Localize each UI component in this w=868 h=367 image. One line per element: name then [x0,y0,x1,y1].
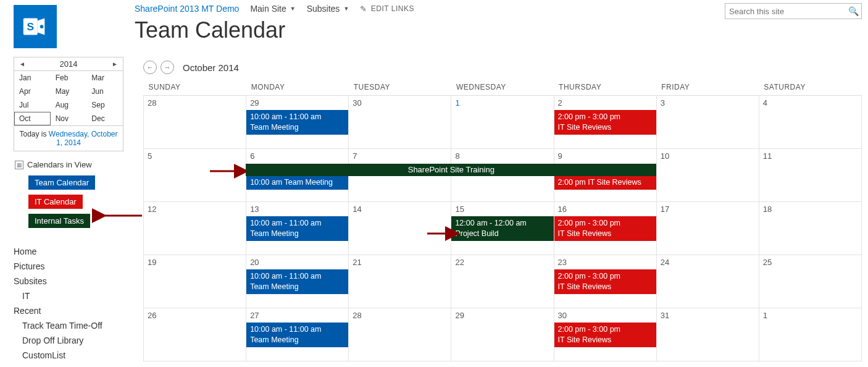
day-number: 28 [349,308,451,323]
mini-cal-month[interactable]: Oct [14,112,51,125]
calendar-event[interactable]: 10:00 am Team Meeting [246,175,348,190]
calendar-overlay-toggle[interactable]: Team Calendar [28,175,95,190]
calendar-cell[interactable]: 25 [759,255,861,308]
calendar-event[interactable]: 12:00 am - 12:00 amProject Build [451,216,553,241]
calendar-cell[interactable]: 2910:00 am - 11:00 amTeam Meeting [246,96,349,149]
calendar-cell[interactable]: 14 [349,202,451,255]
calendar-cell[interactable]: 22:00 pm - 3:00 pmIT Site Reviews [554,96,656,149]
day-number: 8 [451,149,553,163]
calendar-cell[interactable]: 12 [144,202,246,255]
mini-cal-month[interactable]: May [51,85,87,98]
calendar-event[interactable]: 2:00 pm - 3:00 pmIT Site Reviews [554,110,656,135]
calendar-grid: SUNDAYMONDAYTUESDAYWEDNESDAYTHURSDAYFRID… [143,79,862,361]
calendar-day-header: THURSDAY [554,79,656,96]
svg-point-2 [40,25,44,28]
day-number: 29 [246,96,348,110]
calendar-cell[interactable]: 29 [451,308,554,361]
calendar-event-spanning[interactable]: SharePoint Site Training [246,164,656,176]
nav-main-site[interactable]: Main Site▼ [250,4,295,14]
calendar-cell[interactable]: 232:00 pm - 3:00 pmIT Site Reviews [554,255,656,308]
calendar-cell[interactable]: 162:00 pm - 3:00 pmIT Site Reviews [554,202,656,255]
search-box: 🔍 [725,3,862,19]
nav-subsites[interactable]: Subsites▼ [307,4,349,14]
calendar-cell[interactable]: 24 [656,255,759,308]
mini-cal-month[interactable]: Jul [14,98,51,112]
calendar-event[interactable]: 2:00 pm - 3:00 pmIT Site Reviews [554,323,656,347]
quicklaunch-link[interactable]: CustomList [14,348,123,363]
day-number: 27 [246,308,348,323]
site-title-link[interactable]: SharePoint 2013 MT Demo [135,4,239,14]
calendar-event[interactable]: 10:00 am - 11:00 amTeam Meeting [246,216,348,241]
day-number: 18 [759,202,861,216]
quicklaunch-link[interactable]: Pictures [14,259,123,274]
calendar-cell[interactable]: 302:00 pm - 3:00 pmIT Site Reviews [554,308,656,361]
quicklaunch-link[interactable]: Track Team Time-Off [14,318,123,333]
calendar-cell[interactable]: 28 [144,96,246,149]
calendar-overlay-toggle[interactable]: IT Calendar [28,195,83,209]
day-number: 6 [246,149,348,163]
calendar-event[interactable]: 10:00 am - 11:00 amTeam Meeting [246,110,348,135]
calendar-cell[interactable]: 19 [144,255,246,308]
next-year-button[interactable]: ► [111,60,119,69]
calendar-cell[interactable]: 1512:00 am - 12:00 amProject Build [451,202,554,255]
calendar-cell[interactable]: 1 [451,96,554,149]
mini-cal-month[interactable]: Mar [86,71,123,85]
calendar-cell[interactable]: 4 [759,96,861,149]
calendar-day-header: WEDNESDAY [451,79,554,96]
day-number: 25 [759,255,861,269]
today-date-link[interactable]: Wednesday, October 1, 2014 [49,130,118,147]
calendar-cell[interactable]: 22 [451,255,554,308]
mini-cal-month[interactable]: Jun [86,85,123,98]
next-month-button[interactable]: → [161,61,174,74]
day-number: 21 [349,255,451,269]
calendar-cell[interactable]: 2710:00 am - 11:00 amTeam Meeting [246,308,349,361]
day-number: 3 [657,96,759,110]
prev-month-button[interactable]: ← [143,61,157,74]
calendar-cell[interactable]: 21 [349,255,451,308]
calendar-cell[interactable]: 17 [656,202,759,255]
day-number: 15 [451,202,553,216]
search-icon[interactable]: 🔍 [845,6,861,16]
calendar-event[interactable]: 2:00 pm IT Site Reviews [554,175,656,190]
prev-year-button[interactable]: ◄ [18,60,27,69]
quicklaunch-link[interactable]: IT [14,289,123,303]
calendar-cell[interactable]: 26 [144,308,246,361]
calendar-cell[interactable]: 2010:00 am - 11:00 amTeam Meeting [246,255,349,308]
calendar-cell[interactable]: 30 [349,96,451,149]
calendar-cell[interactable]: 1 [759,308,861,361]
caret-down-icon: ▼ [290,6,296,12]
calendar-event[interactable]: 2:00 pm - 3:00 pmIT Site Reviews [554,216,656,241]
day-number: 1 [759,308,861,323]
calendar-cell[interactable]: 31 [656,308,759,361]
quicklaunch-link[interactable]: Recent [14,303,123,318]
calendar-cell[interactable]: 18 [759,202,861,255]
quicklaunch-link[interactable]: Subsites [14,274,123,289]
mini-cal-month[interactable]: Sep [86,98,123,112]
calendar-event[interactable]: 10:00 am - 11:00 amTeam Meeting [246,323,348,347]
search-input[interactable] [725,4,845,19]
edit-links-button[interactable]: ✎EDIT LINKS [360,4,414,14]
calendar-cell[interactable]: 28 [349,308,451,361]
calendar-event[interactable]: 10:00 am - 11:00 amTeam Meeting [246,269,348,294]
quicklaunch-link[interactable]: Drop Off Library [14,333,123,348]
calendar-cell[interactable]: 5 [144,149,246,202]
mini-cal-month[interactable]: Aug [51,98,87,112]
calendar-cell[interactable]: 11 [759,149,861,202]
calendar-cell[interactable]: 3 [656,96,759,149]
mini-cal-month[interactable]: Nov [51,112,87,125]
mini-cal-month[interactable]: Apr [14,85,51,98]
quicklaunch-link[interactable]: Home [14,244,123,259]
mini-cal-month[interactable]: Feb [51,71,87,85]
calendar-grid-icon: ▦ [15,161,23,169]
mini-cal-month[interactable]: Dec [86,112,123,125]
day-number: 28 [144,96,246,110]
day-number: 17 [657,202,759,216]
calendar-cell[interactable]: 10 [656,149,759,202]
calendar-overlay-toggle[interactable]: Internal Tasks [28,214,90,228]
calendar-cell[interactable]: 1310:00 am - 11:00 amTeam Meeting [246,202,349,255]
sharepoint-logo[interactable]: S [14,5,57,48]
calendar-day-header: MONDAY [246,79,349,96]
calendar-event[interactable]: 2:00 pm - 3:00 pmIT Site Reviews [554,269,656,294]
mini-cal-month[interactable]: Jan [14,71,51,85]
day-number: 22 [451,255,553,269]
